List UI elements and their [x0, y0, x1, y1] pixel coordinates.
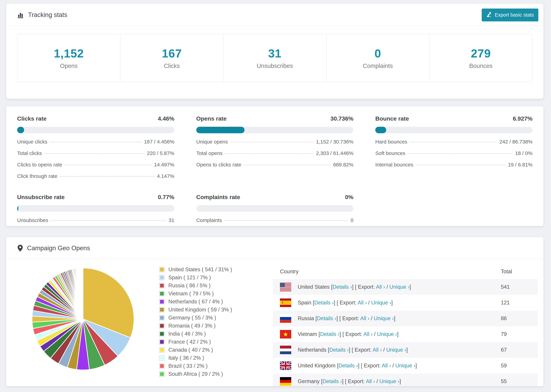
country-name: Russia [298, 315, 315, 321]
progress-bar-fill [196, 127, 245, 133]
stat-label: Clicks [164, 63, 180, 69]
legend-swatch [159, 371, 165, 377]
geo-header: Campaign Geo Opens [6, 237, 544, 259]
export-unique-link[interactable]: Unique › [389, 284, 410, 290]
export-unique-link[interactable]: Unique › [371, 300, 391, 306]
rate-row-label: Opens to clicks rate [196, 162, 241, 168]
country-name: Germany [298, 378, 321, 384]
progress-bar-track [17, 127, 174, 133]
dotted-leader [244, 165, 331, 165]
country-links: United States [Details ›] [ Export: All … [298, 284, 411, 290]
export-unique-link[interactable]: Unique › [377, 331, 397, 337]
legend-item-russia: Russia ( 86 / 5% ) [159, 283, 263, 289]
progress-bar-track [196, 127, 353, 133]
dotted-leader [230, 142, 314, 142]
export-all-link[interactable]: All › [363, 331, 373, 337]
rate-row: Total opens2,303 / 61.446% [196, 150, 353, 156]
rate-row: Hard bounces242 / 86.738% [375, 139, 532, 145]
pie-slice-other-43 [83, 268, 83, 319]
export-all-link[interactable]: All › [382, 363, 391, 369]
bracket: ] [394, 315, 396, 321]
export-unique-link[interactable]: Unique › [395, 363, 415, 369]
table-row-russia: Russia [Details ›] [ Export: All › / Uni… [273, 311, 538, 326]
progress-bar-track [375, 127, 532, 133]
rate-value: 4.46% [158, 115, 174, 122]
tracking-stats-page: { "colors": { "accent_bar": "#0E87A1", "… [0, 0, 551, 392]
flag-es-icon [280, 298, 291, 307]
export-basic-stats-button[interactable]: Export basic stats [482, 8, 538, 21]
country-name: Spain [298, 300, 313, 306]
rate-row-value: 1,152 / 30.736% [316, 139, 353, 145]
stat-cell-unsubscribes: 31Unsubscribes [223, 34, 326, 82]
country-cell-content: Vietnam [Details ›] [ Export: All › / Un… [280, 330, 501, 338]
export-unique-link[interactable]: Unique › [379, 378, 399, 384]
country-name: United States [298, 284, 331, 290]
rate-rows: Complaints0 [196, 217, 353, 223]
details-link[interactable]: Details › [323, 378, 342, 384]
rate-row: Unsubscribes31 [17, 217, 174, 223]
rate-title: Bounce rate [375, 115, 409, 122]
rate-section-bounce-rate: Bounce rate6.927%Hard bounces242 / 86.73… [375, 115, 532, 179]
details-link[interactable]: Details › [339, 363, 358, 369]
dotted-leader [44, 153, 144, 154]
rate-row: Clicks to opens rate14.497% [17, 162, 174, 168]
rates-grid: Clicks rate4.46%Unique clicks167 / 4.456… [6, 106, 544, 223]
details-link[interactable]: Details › [314, 300, 334, 306]
legend-label: Vietnam ( 79 / 5% ) [168, 291, 214, 297]
legend-item-brazil: Brazil ( 33 / 2% ) [159, 363, 263, 369]
slash: / [367, 300, 371, 306]
progress-bar-fill [375, 127, 386, 133]
rate-section-clicks-rate: Clicks rate4.46%Unique clicks167 / 4.456… [17, 115, 174, 179]
rate-row: Total clicks220 / 5.87% [17, 150, 174, 156]
legend-item-canada: Canada ( 40 / 2% ) [159, 347, 263, 353]
details-link[interactable]: Details › [329, 347, 349, 353]
table-row-netherlands: Netherlands [Details ›] [ Export: All › … [273, 342, 538, 358]
rate-title: Unsubscribe rate [17, 194, 65, 200]
tracking-stats-header: Tracking stats Export basic stats [6, 4, 544, 26]
details-link[interactable]: Details › [320, 331, 339, 337]
rate-title: Clicks rate [17, 115, 47, 122]
country-cell: Netherlands [Details ›] [ Export: All › … [273, 342, 501, 358]
rate-row-label: Total opens [196, 150, 222, 156]
bracket: [ [321, 378, 323, 384]
details-link[interactable]: Details › [332, 284, 352, 290]
export-label: Export: [362, 363, 382, 369]
rate-row-value: 19 / 6.81% [508, 162, 532, 168]
rate-row: Complaints0 [196, 217, 353, 223]
rates-card: Clicks rate4.46%Unique clicks167 / 4.456… [6, 106, 544, 226]
pie-legend: United States ( 541 / 31% )Spain ( 121 /… [159, 263, 263, 386]
dotted-leader [64, 165, 152, 165]
export-unique-link[interactable]: Unique › [386, 347, 406, 353]
rate-section-complaints-rate: Complaints rate0%Complaints0 [196, 194, 353, 223]
rate-section-opens-rate: Opens rate30.736%Unique opens1,152 / 30.… [196, 115, 353, 179]
export-all-link[interactable]: All › [366, 378, 375, 384]
table-row-germany: Germany [Details ›] [ Export: All › / Un… [273, 373, 538, 386]
country-cell-content: United States [Details ›] [ Export: All … [280, 283, 501, 291]
export-all-link[interactable]: All › [376, 284, 385, 290]
flag-nl-icon [280, 346, 291, 354]
rate-row-label: Complaints [196, 217, 222, 223]
legend-swatch [159, 307, 165, 313]
rate-row-label: Unique clicks [17, 139, 47, 145]
details-link[interactable]: Details › [317, 315, 336, 321]
bracket: ] [ [342, 378, 346, 384]
legend-swatch [159, 331, 165, 336]
column-header-country: Country [273, 264, 501, 279]
rate-row-value: 14.497% [154, 162, 174, 168]
slash: / [369, 315, 374, 321]
rate-row-value: 220 / 5.87% [147, 150, 174, 156]
stat-value: 167 [162, 47, 182, 60]
section-title: Campaign Geo Opens [27, 245, 90, 252]
table-header-row: Country Total [273, 264, 538, 279]
export-unique-link[interactable]: Unique › [374, 315, 394, 321]
export-all-link[interactable]: All › [373, 347, 382, 353]
country-links: United Kingdom [Details ›] [ Export: All… [298, 363, 417, 369]
country-links: Spain [Details ›] [ Export: All › / Uniq… [298, 300, 393, 306]
tracking-stats-card: Tracking stats Export basic stats 1,152O… [6, 4, 544, 99]
dotted-leader [410, 142, 497, 142]
export-all-link[interactable]: All › [360, 315, 369, 321]
flag-gb-icon [280, 361, 291, 370]
progress-bar-track [196, 205, 353, 212]
legend-label: Romania ( 49 / 3% ) [168, 323, 216, 329]
export-all-link[interactable]: All › [358, 300, 367, 306]
